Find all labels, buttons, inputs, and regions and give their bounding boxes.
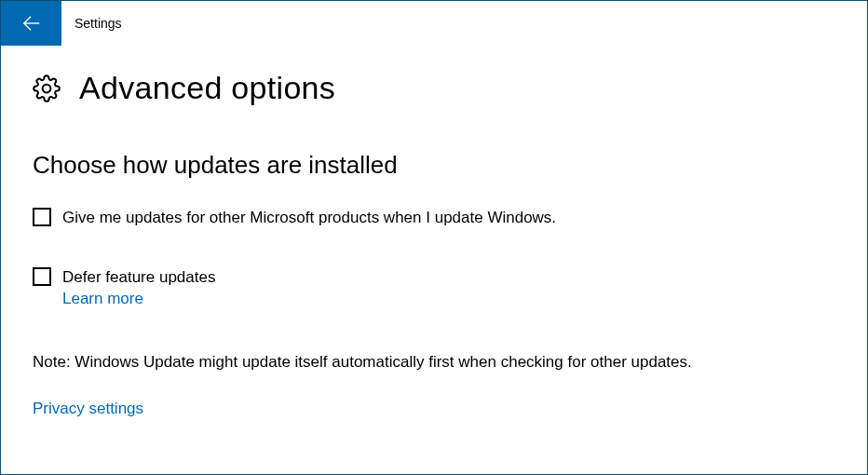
content-area: Advanced options Choose how updates are … [1,46,867,418]
checkbox-label-other-products[interactable]: Give me updates for other Microsoft prod… [62,208,556,228]
checkbox-row-defer-updates: Defer feature updates [33,267,835,288]
back-button[interactable] [1,1,61,46]
checkbox-row-other-products: Give me updates for other Microsoft prod… [33,208,835,228]
privacy-settings-link[interactable]: Privacy settings [33,400,143,418]
page-title: Advanced options [79,70,335,106]
checkbox-defer-updates[interactable] [33,267,51,286]
note-text: Note: Windows Update might update itself… [33,353,835,372]
page-header: Advanced options [33,70,835,106]
titlebar-title: Settings [75,16,122,31]
checkbox-label-defer-updates[interactable]: Defer feature updates [62,267,215,288]
section-heading: Choose how updates are installed [33,151,835,180]
checkbox-other-products[interactable] [33,208,51,226]
gear-icon [33,75,61,102]
titlebar: Settings [1,1,867,46]
learn-more-link[interactable]: Learn more [62,290,143,308]
back-arrow-icon [21,13,42,34]
